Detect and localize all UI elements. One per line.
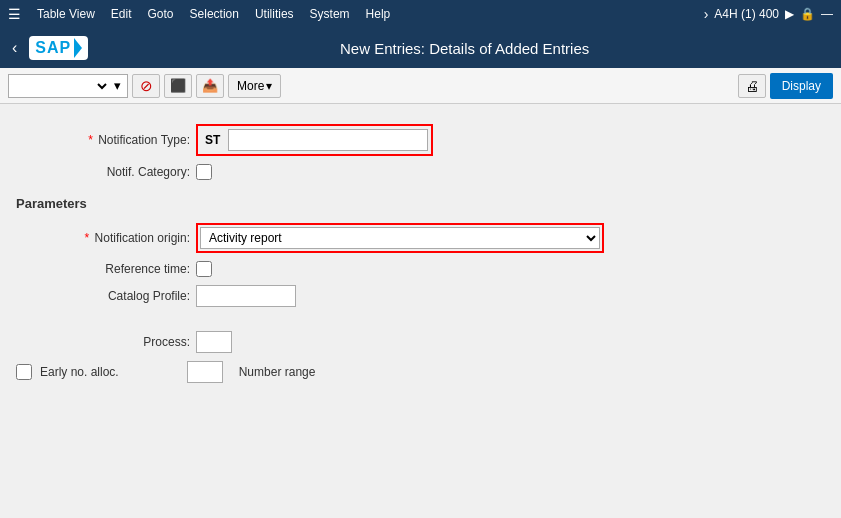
system-id: A4H (1) 400: [714, 7, 779, 21]
print-button[interactable]: 🖨: [738, 74, 766, 98]
notification-type-input[interactable]: [228, 129, 428, 151]
more-chevron-icon: ▾: [266, 79, 272, 93]
notification-type-label: * Notification Type:: [16, 133, 196, 147]
toolbar-cancel-button[interactable]: ⊘: [132, 74, 160, 98]
parameters-header: Parameters: [16, 196, 825, 211]
notif-category-checkbox[interactable]: [196, 164, 212, 180]
process-input[interactable]: [196, 331, 232, 353]
page-title: New Entries: Details of Added Entries: [100, 40, 829, 57]
toolbar-select[interactable]: [15, 78, 110, 94]
notification-type-prefix: ST: [201, 131, 224, 149]
early-alloc-checkbox[interactable]: [16, 364, 32, 380]
display-button[interactable]: Display: [770, 73, 833, 99]
notif-category-label: Notif. Category:: [16, 165, 196, 179]
copy-icon: ⬛: [170, 78, 186, 93]
menu-table-view[interactable]: Table View: [37, 7, 95, 21]
required-marker-origin: *: [85, 231, 90, 245]
required-marker: *: [88, 133, 93, 147]
sap-logo: SAP: [29, 36, 88, 60]
process-label: Process:: [16, 335, 196, 349]
title-bar: ‹ SAP New Entries: Details of Added Entr…: [0, 28, 841, 68]
catalog-profile-label: Catalog Profile:: [16, 289, 196, 303]
notification-origin-select[interactable]: Activity report Service Maintenance Qual…: [200, 227, 600, 249]
notification-origin-label: * Notification origin:: [16, 231, 196, 245]
reference-time-checkbox[interactable]: [196, 261, 212, 277]
play-icon[interactable]: ▶: [785, 7, 794, 21]
print-icon: 🖨: [745, 78, 759, 94]
sap-logo-text: SAP: [35, 39, 71, 57]
notification-type-group: ST: [196, 124, 433, 156]
process-row: Process:: [16, 331, 825, 353]
lock-icon[interactable]: 🔒: [800, 7, 815, 21]
reference-time-label: Reference time:: [16, 262, 196, 276]
reference-time-row: Reference time:: [16, 261, 825, 277]
toolbar: ▾ ⊘ ⬛ 📤 More ▾ 🖨 Display: [0, 68, 841, 104]
menu-bar: ☰ Table View Edit Goto Selection Utiliti…: [0, 0, 841, 28]
cancel-icon: ⊘: [140, 77, 153, 95]
notif-category-row: Notif. Category:: [16, 164, 825, 180]
menu-utilities[interactable]: Utilities: [255, 7, 294, 21]
back-button[interactable]: ‹: [12, 39, 17, 57]
notification-type-row: * Notification Type: ST: [16, 124, 825, 156]
catalog-profile-input[interactable]: [196, 285, 296, 307]
toolbar-export-button[interactable]: 📤: [196, 74, 224, 98]
menu-goto[interactable]: Goto: [148, 7, 174, 21]
notification-origin-group: Activity report Service Maintenance Qual…: [196, 223, 604, 253]
forward-icon: ›: [704, 6, 709, 22]
dropdown-chevron-icon: ▾: [114, 78, 121, 93]
toolbar-copy-button[interactable]: ⬛: [164, 74, 192, 98]
early-alloc-label: Early no. alloc.: [40, 365, 119, 379]
more-label: More: [237, 79, 264, 93]
menu-edit[interactable]: Edit: [111, 7, 132, 21]
number-range-label: Number range: [239, 365, 316, 379]
minimize-icon[interactable]: —: [821, 7, 833, 21]
menu-selection[interactable]: Selection: [190, 7, 239, 21]
content-area: * Notification Type: ST Notif. Category:…: [0, 104, 841, 403]
export-icon: 📤: [202, 78, 218, 93]
notification-origin-row: * Notification origin: Activity report S…: [16, 223, 825, 253]
sap-logo-triangle: [74, 38, 82, 58]
more-button[interactable]: More ▾: [228, 74, 281, 98]
menu-system[interactable]: System: [310, 7, 350, 21]
catalog-profile-row: Catalog Profile:: [16, 285, 825, 307]
menu-help[interactable]: Help: [366, 7, 391, 21]
hamburger-icon[interactable]: ☰: [8, 6, 21, 22]
number-range-input[interactable]: [187, 361, 223, 383]
early-alloc-row: Early no. alloc. Number range: [16, 361, 825, 383]
toolbar-dropdown[interactable]: ▾: [8, 74, 128, 98]
